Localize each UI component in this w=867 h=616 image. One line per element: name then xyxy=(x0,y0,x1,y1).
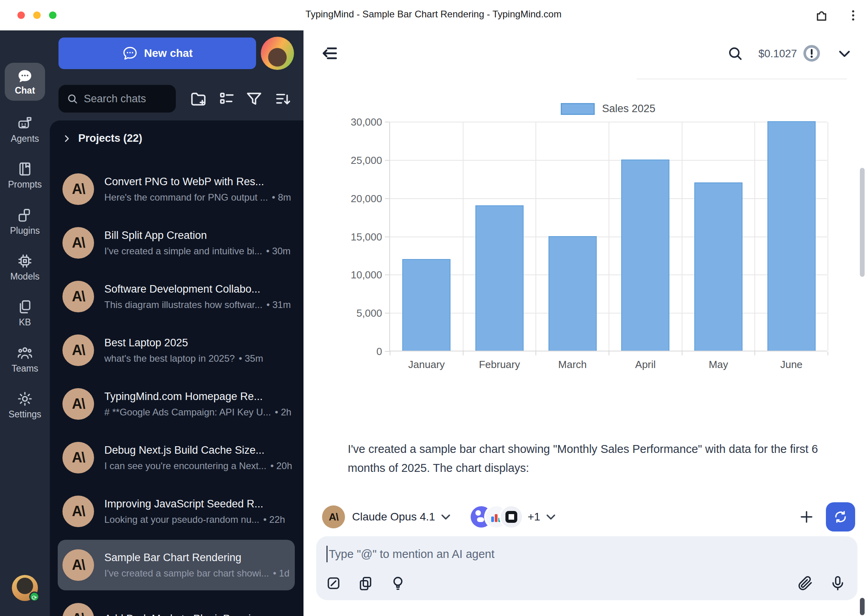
kb-icon xyxy=(17,299,33,315)
new-chat-button[interactable]: New chat xyxy=(58,38,256,69)
text-caret xyxy=(326,546,328,562)
composer-input[interactable]: Type "@" to mention an AI agent xyxy=(326,546,494,562)
canvas-edit-icon[interactable] xyxy=(325,575,342,592)
rail-item-teams[interactable]: Teams xyxy=(0,345,50,374)
plugins-more-count[interactable]: +1 xyxy=(528,511,540,523)
gridline xyxy=(754,122,755,351)
plugins-chevron-down-icon[interactable] xyxy=(544,510,558,524)
model-selector[interactable]: Claude Opus 4.1 xyxy=(352,511,435,523)
new-folder-icon[interactable] xyxy=(189,90,207,108)
y-axis-label: 20,000 xyxy=(351,192,382,205)
search-conversation-icon[interactable] xyxy=(727,45,743,62)
filter-icon[interactable] xyxy=(245,90,263,108)
chat-list-item[interactable]: A\Convert PNG to WebP with Res...Here's … xyxy=(58,164,295,214)
browser-menu-icon[interactable] xyxy=(846,8,861,23)
user-avatar[interactable]: ⟳ xyxy=(12,575,38,601)
x-axis-tick xyxy=(682,351,682,355)
anthropic-avatar: A\ xyxy=(62,603,94,616)
chart-legend: Sales 2025 xyxy=(389,103,827,115)
plugin-icon-3 xyxy=(501,506,522,528)
x-axis-label: January xyxy=(390,359,463,371)
chat-list-item[interactable]: A\TypingMind.com Homepage Re...# **Googl… xyxy=(58,379,295,429)
chat-title: Debug Next.js Build Cache Size... xyxy=(104,444,291,456)
lightbulb-icon[interactable] xyxy=(390,575,406,592)
chat-timestamp: • 20h xyxy=(270,460,292,471)
chat-title: Best Laptop 2025 xyxy=(104,337,263,349)
chat-subtitle: This diagram illustrates how softwar...•… xyxy=(104,299,291,310)
anthropic-avatar: A\ xyxy=(62,496,94,527)
collapse-sidebar-icon[interactable] xyxy=(321,44,339,62)
copy-pages-icon[interactable] xyxy=(357,575,374,592)
new-chat-label: New chat xyxy=(144,47,193,60)
x-axis-tick xyxy=(535,351,536,355)
cost-indicator[interactable]: $0.1027 xyxy=(754,48,801,60)
rail-item-label: Models xyxy=(10,271,40,282)
y-axis-tick xyxy=(385,122,390,122)
chat-subtitle: what's the best laptop in 2025?• 35m xyxy=(104,353,263,364)
header-divider xyxy=(637,79,847,79)
sort-icon[interactable] xyxy=(274,90,292,108)
message-composer[interactable]: Type "@" to mention an AI agent xyxy=(316,536,858,600)
x-axis-tick xyxy=(609,351,609,355)
agents-icon xyxy=(17,115,33,131)
chat-list-item[interactable]: A\Software Development Collabo...This di… xyxy=(58,271,295,322)
models-icon xyxy=(17,253,33,269)
cost-warning-icon[interactable] xyxy=(803,44,821,62)
scrollbar-thumb[interactable] xyxy=(860,168,865,277)
composer-placeholder: Type "@" to mention an AI agent xyxy=(329,548,494,561)
chat-subtitle: I can see you're encountering a Next...•… xyxy=(104,460,291,471)
y-axis-tick xyxy=(385,198,390,199)
scrollbar-thumb-bottom[interactable] xyxy=(860,598,865,615)
chevron-down-icon[interactable] xyxy=(439,510,452,524)
gridline xyxy=(682,122,682,351)
legend-label: Sales 2025 xyxy=(602,103,655,115)
chat-timestamp: • 8m xyxy=(272,192,291,203)
extensions-icon[interactable] xyxy=(814,8,829,23)
rail-item-kb[interactable]: KB xyxy=(0,299,50,328)
attach-file-icon[interactable] xyxy=(797,575,813,592)
plugins-icon xyxy=(17,207,33,223)
anthropic-avatar: A\ xyxy=(62,442,94,473)
profile-avatar[interactable] xyxy=(261,37,294,70)
bar-february xyxy=(475,205,524,351)
chat-bubble-icon xyxy=(122,45,138,61)
scroll-down-icon[interactable] xyxy=(836,45,853,62)
bar-may xyxy=(694,182,743,351)
rail-item-prompts[interactable]: Prompts xyxy=(0,161,50,190)
x-axis-tick xyxy=(827,351,828,355)
projects-toggle[interactable]: Projects (22) xyxy=(62,132,142,145)
y-axis-tick xyxy=(385,274,390,275)
new-message-plus-icon[interactable] xyxy=(798,509,815,525)
chat-subtitle: Looking at your pseudo-random nu...• 22h xyxy=(104,514,285,525)
anthropic-avatar: A\ xyxy=(62,173,94,205)
window-title: TypingMind - Sample Bar Chart Rendering … xyxy=(0,9,867,20)
chat-list-item[interactable]: A\Bill Split App CreationI've created a … xyxy=(58,218,295,268)
chat-list-item[interactable]: A\Improving JavaScript Seeded R...Lookin… xyxy=(58,486,295,537)
chat-subtitle: I've created a simple and intuitive bi..… xyxy=(104,246,290,257)
bar-april xyxy=(621,160,669,351)
chat-list-item[interactable]: A\Add Dark Mode to PluginPermi... xyxy=(58,593,295,616)
rail-item-chat[interactable]: Chat xyxy=(5,63,45,101)
rail-item-label: Agents xyxy=(11,133,39,144)
sync-badge-icon: ⟳ xyxy=(29,592,40,602)
y-axis-label: 15,000 xyxy=(351,231,382,243)
x-axis-label: March xyxy=(536,359,609,371)
chat-list-item[interactable]: A\Debug Next.js Build Cache Size...I can… xyxy=(58,432,295,483)
rail-item-settings[interactable]: Settings xyxy=(0,391,50,420)
chat-timestamp: • 30m xyxy=(266,246,290,256)
chat-list-item[interactable]: A\Sample Bar Chart RenderingI've created… xyxy=(58,540,295,590)
search-chats-input[interactable]: Search chats xyxy=(58,85,176,113)
bulk-select-icon[interactable] xyxy=(218,90,236,108)
microphone-icon[interactable] xyxy=(829,575,846,592)
y-axis-tick xyxy=(385,313,390,314)
chat-title: Software Development Collabo... xyxy=(104,283,291,295)
regenerate-button[interactable] xyxy=(826,502,855,531)
rail-item-label: Prompts xyxy=(8,179,42,190)
chat-list-item[interactable]: A\Best Laptop 2025what's the best laptop… xyxy=(58,325,295,376)
rail-item-models[interactable]: Models xyxy=(0,253,50,282)
gridline xyxy=(535,122,536,351)
rail-item-plugins[interactable]: Plugins xyxy=(0,207,50,236)
rail-item-agents[interactable]: Agents xyxy=(0,115,50,144)
plugins-selector[interactable] xyxy=(471,506,522,528)
y-axis-tick xyxy=(385,160,390,161)
